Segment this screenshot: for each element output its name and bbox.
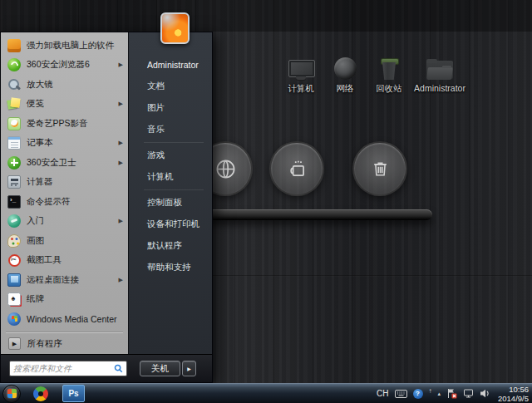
start-menu: 强力卸载电脑上的软件 360安全浏览器6 放大镜 便笺 <box>0 32 213 383</box>
menu-item-label: 游戏 <box>147 150 165 161</box>
menu-item-sticky-notes[interactable]: 便笺 <box>1 95 128 115</box>
menu-item-music[interactable]: 音乐 <box>129 119 212 140</box>
remote-desktop-icon <box>7 273 21 287</box>
photoshop-icon: Ps <box>68 389 78 398</box>
menu-item-360-browser[interactable]: 360安全浏览器6 <box>1 56 128 76</box>
menu-item-label: Windows Media Center <box>27 314 117 324</box>
desktop-icon-recycle-bin[interactable]: 回收站 <box>369 53 409 95</box>
browser-360-icon <box>7 58 21 71</box>
taskbar-clock[interactable]: 10:56 2014/9/5 <box>498 385 529 403</box>
menu-item-label: Administrator <box>147 60 199 70</box>
menu-item-games[interactable]: 游戏 <box>129 145 212 166</box>
start-menu-right-column: Administrator 文档 图片 音乐 游戏 计算机 <box>129 32 212 354</box>
screen: 计算机 网络 回收站 Administrator <box>0 0 532 403</box>
menu-item-label: 纸牌 <box>27 293 44 305</box>
user-avatar[interactable] <box>160 12 190 44</box>
menu-item-uninstall-tool[interactable]: 强力卸载电脑上的软件 <box>1 36 128 56</box>
menu-item-help-support[interactable]: 帮助和支持 <box>129 257 212 278</box>
menu-item-360-safe[interactable]: 360安全卫士 <box>1 153 128 173</box>
keyboard-icon[interactable] <box>395 390 407 398</box>
command-prompt-icon <box>7 195 21 209</box>
computer-icon <box>288 60 313 80</box>
menu-item-snipping-tool[interactable]: 截图工具 <box>1 251 128 271</box>
desktop-icon-administrator-folder[interactable]: Administrator <box>413 53 466 95</box>
menu-item-paint[interactable]: 画图 <box>1 231 128 251</box>
menu-item-label: 默认程序 <box>147 240 182 252</box>
clock-time: 10:56 <box>498 385 529 394</box>
action-center-flag-icon[interactable] <box>446 388 457 399</box>
desktop-icon-label: 网络 <box>337 83 354 95</box>
input-language-indicator[interactable]: CH <box>377 389 388 398</box>
notepad-icon <box>7 136 21 150</box>
menu-item-command-prompt[interactable]: 命令提示符 <box>1 192 128 212</box>
menu-separator <box>144 142 204 143</box>
search-input[interactable] <box>13 364 114 373</box>
all-programs-button[interactable]: 所有程序 <box>1 333 128 354</box>
recycle-bin-icon <box>380 58 398 80</box>
desktop-icon-computer[interactable]: 计算机 <box>281 53 321 95</box>
taskbar-app-photoshop[interactable]: Ps <box>62 385 85 402</box>
globe-icon <box>214 158 237 180</box>
usb-eject-icon[interactable]: ↑ <box>429 387 432 395</box>
desktop-icon-network[interactable]: 网络 <box>325 53 365 95</box>
menu-item-media-center[interactable]: Windows Media Center <box>1 309 128 329</box>
getting-started-icon <box>7 214 21 228</box>
help-tray-icon[interactable] <box>413 389 423 399</box>
menu-item-label: 360安全浏览器6 <box>27 59 90 71</box>
menu-item-remote-desktop[interactable]: 远程桌面连接 <box>1 270 128 290</box>
start-button[interactable] <box>2 385 21 403</box>
taskbar-app-pinwheel[interactable] <box>33 386 48 401</box>
menu-item-label: 远程桌面连接 <box>27 274 79 286</box>
menu-item-label: 截图工具 <box>27 254 62 266</box>
menu-item-label: 设备和打印机 <box>147 219 200 230</box>
menu-item-pictures[interactable]: 图片 <box>129 97 212 119</box>
menu-item-user-administrator[interactable]: Administrator <box>129 54 212 76</box>
search-icon <box>114 364 123 373</box>
menu-item-notepad[interactable]: 记事本 <box>1 134 128 154</box>
calculator-icon <box>7 175 21 189</box>
menu-item-computer[interactable]: 计算机 <box>129 166 212 188</box>
menu-item-control-panel[interactable]: 控制面板 <box>129 192 212 214</box>
solitaire-icon <box>7 292 21 306</box>
pps-player-icon <box>7 117 21 130</box>
start-menu-footer: 关机 <box>1 354 212 382</box>
menu-item-devices-printers[interactable]: 设备和打印机 <box>129 214 212 235</box>
menu-item-getting-started[interactable]: 入门 <box>1 212 128 232</box>
menu-item-label: 爱奇艺PPS影音 <box>27 118 88 130</box>
menu-item-default-programs[interactable]: 默认程序 <box>129 235 212 257</box>
desktop-icon-label: 计算机 <box>288 83 314 95</box>
network-tray-icon[interactable] <box>463 389 474 398</box>
shutdown-controls: 关机 <box>140 361 196 376</box>
taskbar: Ps CH ↑ <box>0 383 532 403</box>
menu-item-magnifier[interactable]: 放大镜 <box>1 75 128 95</box>
menu-item-label: 强力卸载电脑上的软件 <box>27 40 114 52</box>
menu-item-label: 音乐 <box>147 124 165 135</box>
menu-item-solitaire[interactable]: 纸牌 <box>1 290 128 310</box>
menu-item-label: 命令提示符 <box>27 196 71 208</box>
menu-separator <box>144 189 204 190</box>
sticky-notes-icon <box>7 97 21 111</box>
menu-item-label: 计算器 <box>27 176 53 188</box>
menu-item-pps-player[interactable]: 爱奇艺PPS影音 <box>1 114 128 134</box>
dock-button-coffee[interactable] <box>269 141 324 196</box>
user-folder-icon <box>426 59 453 80</box>
menu-item-label: 360安全卫士 <box>27 157 76 169</box>
volume-icon[interactable] <box>480 389 490 398</box>
menu-item-label: 文档 <box>147 81 165 92</box>
shutdown-options-arrow-button[interactable] <box>182 361 196 376</box>
clock-date: 2014/9/5 <box>498 394 529 403</box>
shutdown-button[interactable]: 关机 <box>140 361 180 376</box>
uninstall-icon <box>7 39 21 52</box>
menu-item-label: 放大镜 <box>27 79 53 91</box>
program-list: 强力卸载电脑上的软件 360安全浏览器6 放大镜 便笺 <box>1 32 128 331</box>
menu-item-label: 便笺 <box>27 98 44 110</box>
windows-flag-icon <box>7 389 17 398</box>
menu-item-label: 画图 <box>27 235 44 247</box>
show-hidden-icons-button[interactable] <box>438 391 441 397</box>
all-programs-arrow-icon <box>8 337 21 350</box>
menu-item-documents[interactable]: 文档 <box>129 76 212 97</box>
menu-item-calculator[interactable]: 计算器 <box>1 173 128 193</box>
dock-button-trash[interactable] <box>352 141 407 196</box>
system-tray: CH ↑ <box>377 385 532 403</box>
submenu-arrow-icon <box>119 101 123 107</box>
